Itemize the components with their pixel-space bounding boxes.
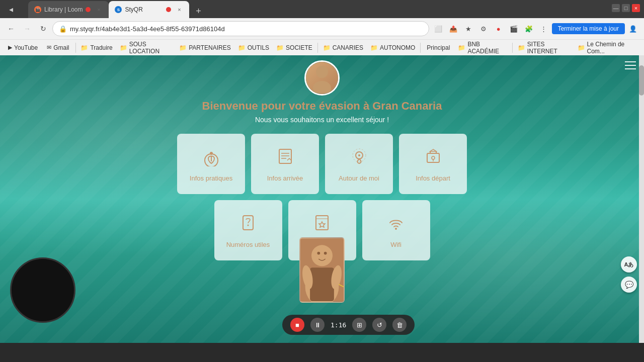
card-infos-depart[interactable]: Infos départ	[399, 134, 467, 194]
scrollbar-thumb[interactable]	[639, 65, 644, 96]
nav-back-btn[interactable]: ◂	[4, 2, 18, 16]
bookmark-separator	[75, 43, 76, 53]
gmail-icon: ✉	[47, 44, 51, 51]
tab-loom-close[interactable]: ×	[95, 6, 103, 14]
tabs-bar: 🎬 Library | Loom × S StyQR × +	[24, 0, 205, 18]
infos-pratiques-label: Infos pratiques	[190, 174, 232, 182]
folder-canaries-icon: 📁	[323, 44, 331, 51]
card-infos-pratiques[interactable]: Infos pratiques	[177, 134, 245, 194]
infos-depart-icon	[423, 146, 443, 169]
bookmark-gmail[interactable]: ✉ Gmail	[43, 43, 73, 52]
bookmark-youtube[interactable]: ▶ YouTube	[4, 43, 42, 52]
video-thumbnail	[299, 237, 345, 303]
bookmark-principal-label: Principal	[427, 44, 450, 51]
numeros-utiles-label: Numéros utiles	[226, 241, 270, 248]
bookmark-canaries[interactable]: 📁 CANARIES	[320, 43, 366, 52]
bookmark-canaries-label: CANARIES	[333, 44, 363, 51]
numeros-utiles-icon	[238, 213, 258, 236]
folder-outils-icon: 📁	[238, 44, 246, 51]
browser-chrome: ◂ 🎬 Library | Loom × S StyQR × + — □	[0, 0, 644, 55]
folder-bnb-icon: 📁	[458, 44, 465, 51]
reload-button[interactable]: ↻	[36, 22, 50, 36]
youtube-icon: ▶	[8, 44, 12, 51]
folder-traduire-icon: 📁	[80, 44, 88, 51]
card-infos-arrivee[interactable]: Infos arrivée	[251, 134, 319, 194]
bookmark-partenaires-label: PARTENAIRES	[189, 44, 231, 51]
settings-button[interactable]: ⚙	[476, 22, 491, 36]
loom-ext-button[interactable]: 🎬	[507, 22, 521, 36]
recording-time: 1:16	[331, 321, 346, 329]
screen-cast-button[interactable]: ⬜	[431, 22, 445, 36]
content-wrapper: Bienvenue pour votre évasion à Gran Cana…	[0, 55, 644, 268]
card-numeros-utiles[interactable]: Numéros utiles	[214, 200, 282, 260]
bookmark-partenaires[interactable]: 📁 PARTENAIRES	[176, 43, 234, 52]
extension-button[interactable]: ●	[492, 22, 506, 36]
minimize-button[interactable]: —	[612, 4, 620, 12]
autour-moi-icon	[349, 146, 369, 169]
bookmark-sous-location[interactable]: 📁 SOUS LOCATION	[117, 40, 176, 56]
svg-point-21	[311, 245, 333, 266]
address-bar[interactable]: 🔒 my.styqr.fr/4ab4e3d1-5a3d-4ee5-8f55-63…	[52, 21, 429, 36]
bookmark-societe[interactable]: 📁 SOCIETE	[273, 43, 315, 52]
bookmark-outils-label: OUTILS	[248, 44, 269, 51]
avatar-image	[306, 62, 338, 94]
card-autour-moi[interactable]: Autour de moi	[325, 134, 393, 194]
nav-icons-right: ⬜ 📤 ★ ⚙ ● 🎬 🧩 ⋮ Terminer la mise à jour …	[431, 22, 640, 36]
hamburger-menu[interactable]	[625, 61, 636, 69]
new-tab-button[interactable]: +	[191, 4, 205, 18]
styqr-favicon: S	[115, 6, 122, 13]
bookmark-sites-label: SITES INTERNET	[527, 41, 571, 55]
bookmarks-bar: ▶ YouTube ✉ Gmail 📁 Traduire 📁 SOUS LOCA…	[0, 39, 644, 55]
autour-moi-label: Autour de moi	[339, 174, 379, 182]
bookmark-principal[interactable]: Principal	[423, 43, 454, 52]
welcome-title: Bienvenue pour votre évasion à Gran Cana…	[202, 100, 442, 113]
bookmark-sep3	[420, 43, 421, 53]
update-button[interactable]: Terminer la mise à jour	[552, 23, 625, 34]
pause-recording-button[interactable]: ⏸	[310, 318, 325, 332]
close-button[interactable]: ×	[632, 4, 640, 12]
bookmark-sep4	[512, 43, 513, 53]
forward-button[interactable]: →	[20, 22, 34, 36]
extensions-button2[interactable]: 🧩	[522, 22, 536, 36]
wifi-icon	[386, 213, 406, 236]
maximize-button[interactable]: □	[622, 4, 630, 12]
svg-point-27	[324, 252, 327, 255]
svg-point-0	[316, 66, 328, 78]
tab-styqr[interactable]: S StyQR ×	[109, 1, 189, 18]
recording-controls: ■ ⏸ 1:16 ⊞ ↺ 🗑	[282, 315, 415, 335]
bookmark-chemin[interactable]: 📁 Le Chemin de Com...	[575, 40, 640, 56]
bookmark-sites[interactable]: 📁 SITES INTERNET	[515, 40, 574, 56]
wifi-label: Wifi	[390, 241, 401, 248]
recording-grid-button[interactable]: ⊞	[352, 318, 366, 332]
bookmark-outils[interactable]: 📁 OUTILS	[235, 43, 272, 52]
card-wifi[interactable]: Wifi	[362, 200, 430, 260]
stop-recording-button[interactable]: ■	[290, 318, 304, 332]
infos-arrivee-label: Infos arrivée	[267, 174, 303, 182]
profile-button[interactable]: 👤	[626, 22, 640, 36]
window-controls: ◂	[4, 2, 18, 16]
bookmark-traduire[interactable]: 📁 Traduire	[77, 43, 115, 52]
screenshare-button[interactable]: 📤	[446, 22, 460, 36]
translate-icon-button[interactable]: Aあ	[621, 256, 637, 273]
window-buttons: — □ ×	[612, 4, 640, 12]
bookmark-button[interactable]: ★	[461, 22, 475, 36]
bookmark-autonomo[interactable]: 📁 AUTONOMO	[367, 43, 418, 52]
svg-point-19	[395, 228, 397, 230]
folder-sites-icon: 📁	[518, 44, 525, 51]
svg-point-26	[317, 252, 320, 255]
recording-undo-button[interactable]: ↺	[372, 318, 386, 332]
back-button[interactable]: ←	[4, 22, 18, 36]
recording-delete-button[interactable]: 🗑	[392, 318, 407, 332]
more-button[interactable]: ⋮	[537, 22, 551, 36]
lock-icon: 🔒	[59, 25, 67, 33]
welcome-subtitle: Nous vous souhaitons un excellent séjour…	[255, 116, 389, 124]
tab-styqr-close[interactable]: ×	[175, 6, 183, 14]
chat-icon-button[interactable]: 💬	[621, 277, 637, 293]
svg-rect-17	[316, 216, 328, 230]
page-scrollbar[interactable]	[639, 55, 644, 343]
bookmark-bnb-label: BNB ACADÉMIE	[467, 41, 507, 55]
bookmark-bnb[interactable]: 📁 BNB ACADÉMIE	[455, 40, 510, 56]
livre-dor-icon	[312, 213, 332, 236]
tab-loom[interactable]: 🎬 Library | Loom ×	[28, 1, 109, 18]
cards-row-1: Infos pratiques Infos arrivée	[177, 134, 467, 194]
